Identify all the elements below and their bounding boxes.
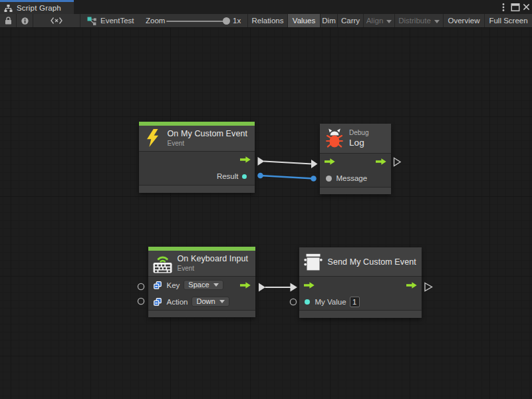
- port-action[interactable]: Action Down: [148, 293, 256, 310]
- control-in-arrow-icon: [325, 158, 335, 165]
- node-header: On My Custom Event Event: [139, 126, 255, 151]
- zoom-label: Zoom: [146, 17, 165, 25]
- toolbar-button-relations[interactable]: Relations: [248, 14, 287, 27]
- node-footer: [148, 311, 256, 317]
- node-title: Send My Custom Event: [328, 257, 416, 267]
- node-send-my-custom-event[interactable]: Send My Custom Event My Value 1: [299, 247, 422, 318]
- port-my-value[interactable]: My Value 1: [299, 293, 422, 310]
- node-footer: [320, 188, 391, 195]
- maximize-icon[interactable]: [511, 3, 520, 11]
- relations-label: Relations: [252, 17, 284, 25]
- key-dropdown[interactable]: Space: [184, 280, 223, 291]
- action-port-circle[interactable]: [138, 298, 144, 304]
- values-label: Values: [293, 17, 315, 25]
- port-enter-exit[interactable]: [299, 277, 422, 293]
- node-header: Send My Custom Event: [299, 247, 422, 276]
- align-label: Align: [366, 17, 384, 25]
- graph-canvas[interactable]: On My Custom Event Event Result: [0, 28, 532, 399]
- code-view-button[interactable]: [33, 14, 80, 27]
- dim-label: Dim: [322, 17, 335, 25]
- zoom-slider-knob[interactable]: [223, 17, 230, 25]
- control-out-arrow-icon: [376, 158, 386, 165]
- action-dropdown[interactable]: Down: [192, 297, 229, 307]
- toolbar-button-carry[interactable]: Carry: [338, 14, 363, 27]
- info-icon: [21, 17, 29, 25]
- node-footer: [299, 311, 422, 318]
- zoom-value: 1x: [233, 17, 241, 25]
- enum-icon: [154, 281, 162, 289]
- node-surtitle: Debug: [349, 129, 368, 136]
- node-subtitle: Event: [178, 265, 249, 272]
- debug-log-exit-triangle[interactable]: [394, 158, 401, 166]
- lock-icon: [5, 17, 12, 25]
- kebab-menu-icon[interactable]: [502, 3, 505, 12]
- dropdown-caret-icon: [213, 283, 219, 287]
- node-body: My Value 1: [299, 276, 422, 311]
- my-value-port-label: My Value: [315, 298, 346, 306]
- node-debug-log[interactable]: Debug Log Message: [320, 124, 391, 194]
- result-port-dot: [242, 174, 247, 179]
- connection-keyboard-to-send[interactable]: [259, 283, 297, 292]
- port-message[interactable]: Message: [320, 170, 391, 187]
- my-value-port-dot: [305, 299, 310, 305]
- distribute-label: Distribute: [398, 17, 431, 25]
- node-on-keyboard-input[interactable]: On Keyboard Input Event Key Space: [148, 247, 256, 318]
- result-port-label: Result: [217, 172, 239, 180]
- zoom-label-wrap: Zoom: [146, 14, 165, 27]
- distribute-caret-icon: [434, 20, 440, 23]
- my-value-input[interactable]: 1: [350, 297, 360, 307]
- code-icon: [51, 17, 63, 24]
- graph-nodes-icon: [87, 17, 96, 25]
- control-in-arrow-icon: [304, 282, 315, 289]
- toolbar-button-dim[interactable]: Dim: [321, 14, 337, 27]
- action-port-label: Action: [167, 298, 188, 306]
- node-header: Debug Log: [320, 124, 391, 153]
- graph-toolbar: EventTest Zoom 1x Relations Values Dim C…: [0, 14, 532, 28]
- lightning-bolt-icon: [146, 129, 159, 147]
- port-result[interactable]: Result: [139, 168, 255, 185]
- toolbar-button-distribute[interactable]: Distribute: [395, 14, 443, 27]
- toolbar-button-fullscreen[interactable]: Full Screen: [485, 14, 532, 27]
- close-icon[interactable]: [523, 3, 530, 11]
- toolbar-button-align[interactable]: Align: [364, 14, 394, 27]
- graph-reference[interactable]: EventTest: [87, 14, 134, 27]
- window-controls: [0, 0, 532, 14]
- script-graph-window: Script Graph: [0, 0, 532, 399]
- lock-button[interactable]: [0, 14, 16, 27]
- node-title: Log: [349, 138, 368, 148]
- overview-label: Overview: [448, 17, 480, 25]
- carry-label: Carry: [341, 17, 360, 25]
- send-event-exit-triangle[interactable]: [425, 283, 432, 291]
- port-key[interactable]: Key Space: [148, 277, 256, 293]
- action-dropdown-value: Down: [196, 297, 215, 305]
- toolbar-button-overview[interactable]: Overview: [444, 14, 484, 27]
- node-header: On Keyboard Input Event: [148, 251, 256, 277]
- key-port-circle[interactable]: [138, 283, 144, 289]
- align-caret-icon: [386, 20, 392, 23]
- connection-result-to-message[interactable]: [257, 173, 317, 182]
- connection-custom-event-to-log[interactable]: [258, 157, 318, 168]
- dropdown-caret-icon: [219, 300, 225, 303]
- node-subtitle: Event: [168, 140, 248, 147]
- title-bar: Script Graph: [0, 0, 532, 14]
- node-body: Message: [320, 153, 391, 188]
- graph-name: EventTest: [100, 17, 134, 25]
- bug-icon: [326, 128, 343, 148]
- node-title: On Keyboard Input: [178, 254, 249, 263]
- node-title: On My Custom Event: [168, 129, 248, 138]
- message-port-dot: [326, 176, 332, 182]
- my-value-port-circle[interactable]: [290, 299, 296, 305]
- node-body: Key Space Action: [148, 276, 256, 311]
- custom-event-icon: [304, 253, 323, 271]
- key-dropdown-value: Space: [188, 281, 209, 289]
- port-trigger-out[interactable]: [139, 152, 255, 168]
- control-out-arrow-icon: [240, 156, 251, 163]
- enum-icon: [154, 298, 162, 306]
- port-enter-exit[interactable]: [320, 154, 391, 170]
- message-port-label: Message: [336, 174, 368, 182]
- zoom-slider-track[interactable]: [166, 21, 229, 22]
- node-on-my-custom-event[interactable]: On My Custom Event Event Result: [139, 122, 255, 193]
- toolbar-button-values[interactable]: Values: [288, 14, 320, 27]
- node-footer: [139, 186, 255, 193]
- inspect-button[interactable]: [17, 14, 33, 27]
